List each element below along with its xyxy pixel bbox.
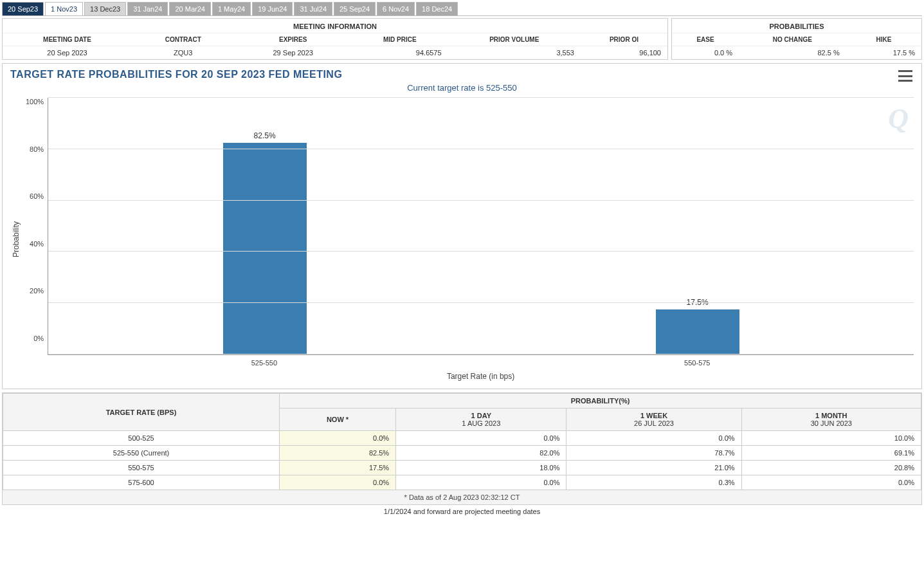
probabilities-col-header: EASE: [672, 33, 739, 46]
meeting-info-panel: MEETING INFORMATION MEETING DATECONTRACT…: [2, 18, 668, 60]
probabilities-table: EASENO CHANGEHIKE 0.0 %82.5 %17.5 %: [672, 33, 921, 59]
meeting-info-col-header: CONTRACT: [132, 33, 235, 46]
chart-bar: 17.5%: [656, 309, 739, 354]
meeting-info-col-header: PRIOR VOLUME: [448, 33, 581, 46]
table-row: 575-6000.0%0.0%0.3%0.0%: [3, 475, 921, 490]
history-value-cell: 82.5%: [280, 446, 396, 461]
probabilities-col-header: NO CHANGE: [739, 33, 846, 46]
tab-13dec23[interactable]: 13 Dec23: [84, 2, 126, 15]
grid-line: [48, 354, 914, 354]
history-col-header: 1 MONTH30 JUN 2023: [741, 409, 921, 431]
chart-plot-area: 82.5%17.5%: [48, 98, 914, 355]
probabilities-title: PROBABILITIES: [672, 19, 921, 33]
history-value-cell: 0.0%: [566, 431, 741, 446]
history-rate-cell: 550-575: [3, 461, 280, 475]
probabilities-cell: 82.5 %: [739, 46, 846, 60]
probabilities-col-header: HIKE: [846, 33, 921, 46]
probabilities-cell: 0.0 %: [672, 46, 739, 60]
projection-note: 1/1/2024 and forward are projected meeti…: [2, 505, 922, 518]
x-tick: 525-550: [48, 359, 480, 367]
y-tick: 0%: [26, 335, 44, 342]
history-value-cell: 82.0%: [396, 446, 566, 461]
bar-value-label: 82.5%: [254, 131, 276, 140]
bar-slot: 82.5%: [48, 98, 481, 354]
table-row: 550-57517.5%18.0%21.0%20.8%: [3, 461, 921, 475]
meeting-info-cell: 20 Sep 2023: [3, 46, 132, 60]
y-tick: 100%: [26, 98, 44, 106]
x-axis-ticks: 525-550550-575: [48, 359, 914, 367]
probabilities-cell: 17.5 %: [846, 46, 921, 60]
y-axis-ticks: 100%80%60%40%20%0%: [22, 98, 48, 362]
tab-1may24[interactable]: 1 May24: [212, 2, 251, 15]
meeting-info-col-header: MEETING DATE: [3, 33, 132, 46]
meeting-info-cell: 29 Sep 2023: [235, 46, 352, 60]
history-value-cell: 20.8%: [741, 461, 921, 475]
history-col-header: 1 DAY1 AUG 2023: [396, 409, 566, 431]
probabilities-panel: PROBABILITIES EASENO CHANGEHIKE 0.0 %82.…: [671, 18, 922, 60]
meeting-info-cell: 96,100: [581, 46, 667, 60]
history-rate-header: TARGET RATE (BPS): [3, 394, 280, 431]
tab-19jun24[interactable]: 19 Jun24: [252, 2, 293, 15]
history-col-header: 1 WEEK26 JUL 2023: [566, 409, 741, 431]
grid-line: [48, 149, 914, 149]
tab-31jan24[interactable]: 31 Jan24: [127, 2, 168, 15]
history-col-header: NOW *: [280, 409, 396, 431]
history-footnote: * Data as of 2 Aug 2023 02:32:12 CT: [3, 490, 921, 504]
tab-20mar24[interactable]: 20 Mar24: [169, 2, 210, 15]
history-value-cell: 0.0%: [741, 475, 921, 490]
history-value-cell: 10.0%: [741, 431, 921, 446]
chart-panel: TARGET RATE PROBABILITIES FOR 20 SEP 202…: [2, 63, 922, 389]
chart-menu-icon[interactable]: [898, 70, 912, 82]
grid-line: [48, 302, 914, 303]
history-value-cell: 0.0%: [396, 475, 566, 490]
history-value-cell: 18.0%: [396, 461, 566, 475]
history-value-cell: 0.0%: [280, 475, 396, 490]
history-value-cell: 17.5%: [280, 461, 396, 475]
history-value-cell: 0.0%: [396, 431, 566, 446]
history-value-cell: 0.3%: [566, 475, 741, 490]
meeting-info-cell: 94.6575: [352, 46, 448, 60]
grid-line: [48, 97, 914, 98]
tab-31jul24[interactable]: 31 Jul24: [294, 2, 332, 15]
history-value-cell: 21.0%: [566, 461, 741, 475]
meeting-date-tabs: 20 Sep231 Nov2313 Dec2331 Jan2420 Mar241…: [2, 2, 922, 16]
y-tick: 60%: [26, 192, 44, 200]
y-axis-label: Probability: [10, 98, 22, 381]
meeting-info-col-header: MID PRICE: [352, 33, 448, 46]
y-tick: 80%: [26, 145, 44, 153]
meeting-info-col-header: PRIOR OI: [581, 33, 667, 46]
meeting-info-title: MEETING INFORMATION: [3, 19, 667, 33]
chart-title: TARGET RATE PROBABILITIES FOR 20 SEP 202…: [10, 69, 916, 80]
x-tick: 550-575: [481, 359, 914, 367]
bar-slot: 17.5%: [481, 98, 914, 354]
meeting-info-cell: ZQU3: [132, 46, 235, 60]
chart-subtitle: Current target rate is 525-550: [8, 83, 916, 93]
tab-6nov24[interactable]: 6 Nov24: [377, 2, 415, 15]
history-rate-cell: 575-600: [3, 475, 280, 490]
tab-20sep23[interactable]: 20 Sep23: [2, 2, 44, 15]
grid-line: [48, 251, 914, 252]
tab-25sep24[interactable]: 25 Sep24: [334, 2, 376, 15]
table-row: 500-5250.0%0.0%0.0%10.0%: [3, 431, 921, 446]
history-panel: TARGET RATE (BPS) PROBABILITY(%) NOW *1 …: [2, 392, 922, 505]
chart-bar: 82.5%: [223, 143, 307, 354]
meeting-info-table: MEETING DATECONTRACTEXPIRESMID PRICEPRIO…: [3, 33, 667, 59]
meeting-info-cell: 3,553: [448, 46, 581, 60]
history-rate-cell: 500-525: [3, 431, 280, 446]
table-row: 525-550 (Current)82.5%82.0%78.7%69.1%: [3, 446, 921, 461]
y-tick: 40%: [26, 240, 44, 248]
x-axis-label: Target Rate (in bps): [48, 372, 914, 381]
grid-line: [48, 200, 914, 201]
tab-1nov23[interactable]: 1 Nov23: [45, 2, 83, 15]
history-value-cell: 0.0%: [280, 431, 396, 446]
history-table: TARGET RATE (BPS) PROBABILITY(%) NOW *1 …: [3, 393, 921, 490]
meeting-info-col-header: EXPIRES: [235, 33, 352, 46]
history-value-cell: 69.1%: [741, 446, 921, 461]
history-value-cell: 78.7%: [566, 446, 741, 461]
history-prob-header: PROBABILITY(%): [280, 394, 921, 409]
history-rate-cell: 525-550 (Current): [3, 446, 280, 461]
tab-18dec24[interactable]: 18 Dec24: [416, 2, 458, 15]
y-tick: 20%: [26, 287, 44, 295]
